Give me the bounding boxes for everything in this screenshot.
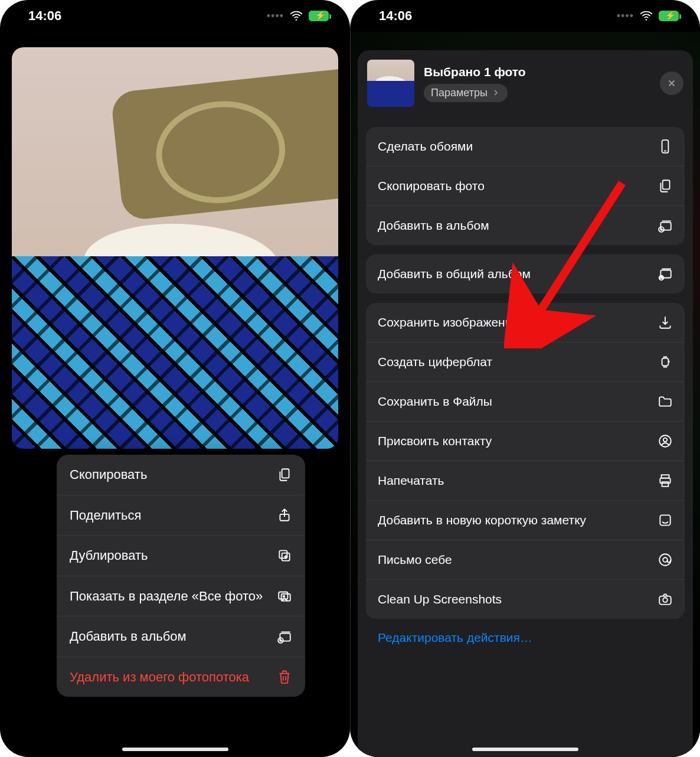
share-sheet: Выбрано 1 фото Параметры Сделать обоями … — [358, 50, 693, 757]
menu-add-to-album[interactable]: Добавить в альбом — [57, 616, 305, 657]
action-save-to-files[interactable]: Сохранить в Файлы — [366, 382, 685, 422]
home-indicator[interactable] — [122, 748, 228, 751]
shared-album-icon — [658, 266, 673, 282]
add-album-icon — [658, 218, 673, 233]
menu-delete-label: Удалить из моего фотопотока — [70, 669, 277, 686]
menu-share-label: Поделиться — [70, 507, 277, 524]
action-label: Добавить в общий альбом — [378, 267, 658, 281]
print-icon — [658, 473, 673, 488]
action-label: Письмо себе — [378, 553, 658, 567]
menu-add-to-album-label: Добавить в альбом — [70, 628, 277, 645]
action-label: Сохранить в Файлы — [378, 394, 658, 409]
duplicate-icon — [277, 548, 292, 563]
status-time: 14:06 — [379, 8, 412, 24]
close-icon — [666, 78, 677, 89]
sheet-title: Выбрано 1 фото — [424, 65, 526, 79]
menu-delete[interactable]: Удалить из моего фотопотока — [57, 657, 305, 697]
wifi-icon — [639, 8, 654, 24]
status-time: 14:06 — [28, 8, 61, 24]
parameters-label: Параметры — [431, 87, 488, 99]
action-add-to-album[interactable]: Добавить в альбом — [366, 206, 685, 245]
folder-icon — [658, 394, 673, 409]
cell-dots-icon: •••• — [617, 10, 634, 22]
action-label: Сохранить изображение — [378, 315, 658, 329]
share-icon — [277, 507, 292, 523]
camera-icon — [658, 592, 673, 607]
action-label: Напечатать — [378, 474, 658, 488]
selected-photo-thumbnail[interactable] — [367, 60, 414, 107]
action-set-wallpaper[interactable]: Сделать обоями — [366, 127, 685, 167]
action-group-3: Сохранить изображение Создать циферблат … — [366, 303, 685, 619]
at-icon — [658, 552, 673, 567]
action-clean-screenshots[interactable]: Clean Up Screenshots — [366, 580, 685, 619]
action-group-1: Сделать обоями Скопировать фото Добавить… — [366, 127, 685, 245]
phone-icon — [658, 139, 673, 154]
menu-copy[interactable]: Скопировать — [57, 455, 305, 495]
contact-icon — [658, 433, 673, 449]
context-menu: Скопировать Поделиться Дублировать Показ… — [57, 455, 305, 697]
action-label: Создать циферблат — [378, 355, 658, 369]
gallery-icon — [277, 588, 292, 603]
action-group-2: Добавить в общий альбом — [366, 254, 685, 293]
status-icons: •••• ⚡ — [267, 8, 329, 24]
action-add-shared-album[interactable]: Добавить в общий альбом — [366, 254, 685, 293]
photo-preview[interactable] — [12, 47, 338, 449]
action-label: Скопировать фото — [378, 179, 658, 193]
action-label: Добавить в новую короткую заметку — [378, 513, 658, 527]
add-album-icon — [277, 629, 292, 644]
menu-show-all-photos[interactable]: Показать в разделе «Все фото» — [57, 576, 305, 617]
action-create-watchface[interactable]: Создать циферблат — [366, 342, 685, 382]
action-assign-contact[interactable]: Присвоить контакту — [366, 422, 685, 461]
menu-show-all-photos-label: Показать в разделе «Все фото» — [70, 588, 277, 605]
phone-right: 14:06 •••• ⚡ Выбрано 1 фото Параметры — [350, 0, 700, 757]
parameters-button[interactable]: Параметры — [424, 84, 508, 102]
action-add-quick-note[interactable]: Добавить в новую короткую заметку — [366, 501, 685, 540]
wifi-icon — [289, 8, 304, 24]
cell-dots-icon: •••• — [267, 10, 284, 22]
download-icon — [658, 315, 673, 330]
action-label: Присвоить контакту — [378, 434, 658, 448]
status-bar: 14:06 •••• ⚡ — [0, 0, 350, 32]
sheet-body: Сделать обоями Скопировать фото Добавить… — [358, 118, 693, 757]
battery-icon: ⚡ — [309, 11, 329, 21]
watch-icon — [658, 354, 673, 370]
action-print[interactable]: Напечатать — [366, 461, 685, 501]
copy-doc-icon — [277, 467, 292, 482]
copy-doc-icon — [658, 178, 673, 194]
edit-actions-link[interactable]: Редактировать действия… — [366, 619, 685, 648]
sheet-header: Выбрано 1 фото Параметры — [358, 50, 693, 118]
phone-left: 14:06 •••• ⚡ Скопировать Поделиться Дубл… — [0, 0, 350, 757]
chevron-right-icon — [491, 88, 501, 97]
action-mail-self[interactable]: Письмо себе — [366, 540, 685, 580]
action-save-image[interactable]: Сохранить изображение — [366, 303, 685, 342]
status-icons: •••• ⚡ — [617, 8, 679, 24]
note-icon — [658, 513, 673, 528]
menu-share[interactable]: Поделиться — [57, 495, 305, 536]
close-button[interactable] — [660, 71, 683, 95]
trash-icon — [277, 669, 292, 684]
menu-duplicate-label: Дублировать — [70, 547, 277, 564]
menu-copy-label: Скопировать — [70, 466, 277, 483]
status-bar: 14:06 •••• ⚡ — [351, 0, 700, 32]
menu-duplicate[interactable]: Дублировать — [57, 536, 305, 576]
action-label: Сделать обоями — [378, 139, 658, 154]
action-copy-photo[interactable]: Скопировать фото — [366, 167, 685, 206]
home-indicator[interactable] — [472, 748, 578, 751]
action-label: Clean Up Screenshots — [378, 592, 658, 606]
battery-icon: ⚡ — [659, 11, 679, 21]
action-label: Добавить в альбом — [378, 218, 658, 233]
